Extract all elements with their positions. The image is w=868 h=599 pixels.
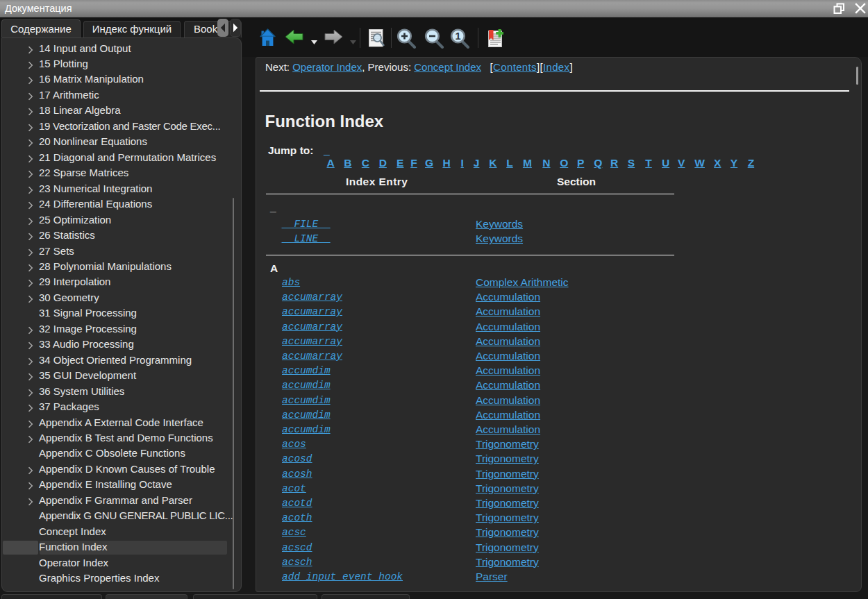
svg-text:1: 1 <box>455 31 460 42</box>
